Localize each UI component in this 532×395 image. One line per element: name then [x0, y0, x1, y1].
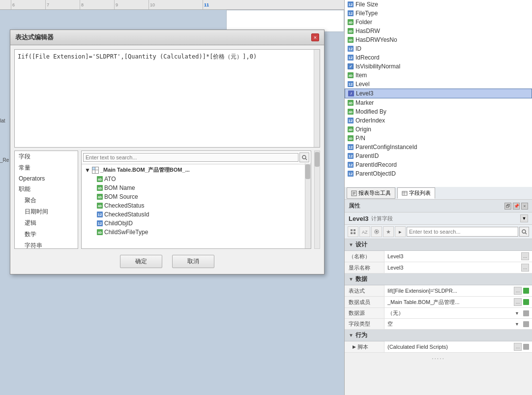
- props-search-input[interactable]: [407, 227, 518, 237]
- props-dropdown-button[interactable]: ▼: [520, 214, 528, 222]
- field-item-parentidrecord[interactable]: 12 ParentIdRecord: [345, 160, 532, 169]
- category-operators[interactable]: Operators: [15, 174, 78, 183]
- props-search-button[interactable]: [519, 227, 529, 237]
- prop-edit-datamember[interactable]: …: [514, 298, 522, 306]
- category-aggregate[interactable]: 聚合: [15, 195, 78, 206]
- node-label-bomname: BOM Name: [104, 184, 135, 191]
- field-item-orderindex[interactable]: 12 OrderIndex: [345, 116, 532, 125]
- num-icon: 12: [97, 212, 103, 217]
- field-label-hasdrw: HasDRW: [355, 28, 380, 34]
- confirm-button[interactable]: 确定: [120, 255, 162, 268]
- field-item-isvisibility[interactable]: ✓ IsVisibilityNormal: [345, 62, 532, 71]
- expand-script-icon[interactable]: ▶: [353, 344, 356, 349]
- field-label-pn: P/N: [355, 135, 365, 142]
- field-item-parentobjectid[interactable]: 12 ParentObjectID: [345, 169, 532, 178]
- field-item-item[interactable]: ab Item: [345, 71, 532, 80]
- grid-cell-top: [226, 10, 344, 32]
- gear-btn[interactable]: [371, 226, 382, 237]
- more-btn[interactable]: ▸: [395, 226, 406, 237]
- category-logic[interactable]: 逻辑: [15, 217, 78, 229]
- field-item-pn[interactable]: ab P/N: [345, 134, 532, 143]
- tree-search-input[interactable]: [83, 153, 298, 162]
- sort-btn[interactable]: [348, 226, 358, 237]
- bottom-scrollbar[interactable]: [314, 151, 320, 249]
- tree-node-ato[interactable]: ab ATO: [83, 175, 310, 183]
- prop-edit-expr[interactable]: …: [514, 287, 522, 295]
- tree-node-childswfiletype[interactable]: ab ChildSwFileType: [83, 228, 310, 237]
- tree-node-bomname[interactable]: ab BOM Name: [83, 183, 310, 192]
- prop-label-datamember: 数据成员: [345, 297, 384, 307]
- field-item-level[interactable]: 12 Level: [345, 80, 532, 89]
- tree-root-group[interactable]: ▼ _Main Table.BOM_产品管理BOM_...: [83, 165, 310, 175]
- field-item-filetype[interactable]: 12 FileType: [345, 9, 532, 18]
- collapse-design-icon[interactable]: ▼: [349, 242, 354, 247]
- node-label-childswfiletype: ChildSwFileType: [104, 229, 148, 236]
- prop-edit-name[interactable]: …: [521, 252, 529, 260]
- dialog-titlebar[interactable]: 表达式编辑器 ×: [10, 30, 324, 45]
- tree-panel: ▼ _Main Table.BOM_产品管理BOM_...: [81, 151, 311, 249]
- field-label-level3: Level3: [356, 90, 373, 97]
- prop-edit-displayname[interactable]: …: [521, 264, 529, 272]
- section-design: ▼ 设计: [345, 239, 532, 251]
- prop-value-name-text: Level3: [387, 253, 521, 259]
- tab-export-tools[interactable]: 报表导出工具: [347, 187, 395, 199]
- field-item-parentconfigid[interactable]: 12 ParentConfigInstanceId: [345, 143, 532, 152]
- category-string[interactable]: 字符串: [15, 240, 78, 251]
- ab-icon: ab: [348, 19, 354, 25]
- tab-field-list[interactable]: 字段列表: [397, 187, 435, 199]
- star-btn[interactable]: ★: [383, 226, 394, 237]
- num-icon: 12: [348, 55, 354, 61]
- field-categories-panel: 字段 常量 Operators 职能 聚合 日期时间 逻辑 数学 字符串: [14, 151, 78, 249]
- collapse-behavior-icon[interactable]: ▼: [349, 333, 354, 338]
- cancel-button[interactable]: 取消: [172, 255, 214, 268]
- category-functions[interactable]: 职能: [15, 183, 78, 195]
- az-sort-btn[interactable]: AZ: [359, 226, 370, 237]
- collapse-data-icon[interactable]: ▼: [349, 276, 354, 282]
- field-item-filesize[interactable]: 12 File Size: [345, 0, 532, 9]
- props-field-type: 计算字段: [371, 215, 393, 222]
- ab-icon: ab: [97, 203, 103, 209]
- field-item-marker[interactable]: ab Marker: [345, 98, 532, 107]
- tree-node-checkedstatus[interactable]: ab CheckedStatus: [83, 201, 310, 210]
- svg-rect-9: [351, 229, 353, 231]
- field-label-filesize: File Size: [355, 1, 378, 8]
- field-label-isvisibility: IsVisibilityNormal: [355, 63, 400, 70]
- tree-node-childobjid[interactable]: 12 ChildObjID: [83, 219, 310, 228]
- category-constants[interactable]: 常量: [15, 162, 78, 174]
- pin-button[interactable]: 📌: [513, 203, 520, 210]
- tree-node-checkedstatusid[interactable]: 12 CheckedStatusId: [83, 210, 310, 219]
- prop-edit-script[interactable]: …: [514, 343, 522, 351]
- field-item-level3[interactable]: f Level3: [345, 89, 532, 98]
- field-item-folder[interactable]: ab Folder: [345, 18, 532, 27]
- category-fields[interactable]: 字段: [15, 151, 78, 162]
- expression-editor-dialog: 表达式编辑器 × Iif([File Extension]='SLDPRT',[…: [10, 30, 325, 274]
- tree-scrollbar[interactable]: [305, 163, 311, 248]
- ab-icon: ab: [97, 194, 103, 200]
- field-item-hasdrwyesno[interactable]: ab HasDRWYesNo: [345, 35, 532, 44]
- field-item-parentid[interactable]: 12 ParentID: [345, 152, 532, 160]
- field-item-idrecord[interactable]: 12 IdRecord: [345, 53, 532, 62]
- dialog-close-button[interactable]: ×: [311, 33, 319, 41]
- node-label-checkedstatus: CheckedStatus: [104, 202, 144, 209]
- field-item-id[interactable]: 12 ID: [345, 44, 532, 53]
- tree-node-bomsource[interactable]: ab BOM Source: [83, 192, 310, 201]
- num-icon: 12: [348, 144, 354, 150]
- restore-button[interactable]: 🗗: [504, 203, 511, 210]
- prop-value-fieldtype[interactable]: 空 ▼: [384, 319, 532, 329]
- field-item-origin[interactable]: ab Origin: [345, 125, 532, 134]
- window-controls: 🗗 📌 ×: [504, 203, 528, 210]
- expr-scrollbar[interactable]: [314, 50, 320, 147]
- category-math[interactable]: 数学: [15, 229, 78, 240]
- field-item-hasdrw[interactable]: ab HasDRW: [345, 27, 532, 35]
- tree-search-button[interactable]: [299, 152, 309, 162]
- prop-value-expr-text: Iif([File Extension]='SLDPR...: [387, 288, 514, 294]
- field-item-modifiedby[interactable]: ab Modified By: [345, 107, 532, 116]
- close-props-button[interactable]: ×: [521, 203, 528, 210]
- prop-status-datasource: [523, 310, 529, 316]
- category-datetime[interactable]: 日期时间: [15, 206, 78, 217]
- props-header: 属性 🗗 📌 ×: [345, 200, 532, 213]
- prop-value-datasource[interactable]: （无） ▼: [384, 308, 532, 318]
- expand-icon: ▼: [85, 167, 90, 174]
- num-icon: 12: [348, 81, 354, 87]
- expression-editor[interactable]: Iif([File Extension]='SLDPRT',[Quantity …: [14, 49, 320, 148]
